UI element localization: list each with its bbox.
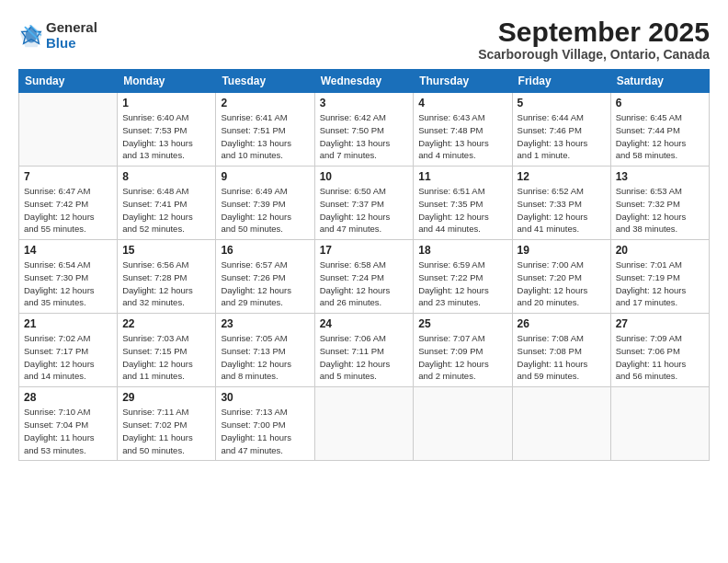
day-number: 1: [122, 97, 210, 109]
day-info: Sunrise: 6:52 AMSunset: 7:33 PMDaylight:…: [518, 185, 606, 236]
calendar-cell: 12Sunrise: 6:52 AMSunset: 7:33 PMDayligh…: [512, 167, 610, 240]
calendar-cell: [610, 387, 709, 461]
day-number: 22: [122, 317, 210, 330]
day-number: 2: [221, 97, 309, 109]
logo-text: General Blue: [46, 20, 97, 51]
calendar-cell: 25Sunrise: 7:07 AMSunset: 7:09 PMDayligh…: [414, 314, 512, 387]
day-info: Sunrise: 6:58 AMSunset: 7:24 PMDaylight:…: [320, 259, 409, 309]
calendar-cell: 18Sunrise: 6:59 AMSunset: 7:22 PMDayligh…: [414, 240, 512, 314]
day-number: 5: [518, 97, 606, 109]
calendar-cell: 20Sunrise: 7:01 AMSunset: 7:19 PMDayligh…: [610, 240, 709, 314]
calendar-week-row: 7Sunrise: 6:47 AMSunset: 7:42 PMDaylight…: [19, 167, 710, 240]
day-number: 4: [418, 97, 506, 109]
calendar-cell: 3Sunrise: 6:42 AMSunset: 7:50 PMDaylight…: [314, 93, 414, 167]
calendar-table: SundayMondayTuesdayWednesdayThursdayFrid…: [18, 69, 710, 461]
calendar-cell: 4Sunrise: 6:43 AMSunset: 7:48 PMDaylight…: [414, 93, 512, 167]
weekday-header-tuesday: Tuesday: [216, 70, 314, 93]
day-info: Sunrise: 7:07 AMSunset: 7:09 PMDaylight:…: [418, 332, 506, 383]
day-info: Sunrise: 7:08 AMSunset: 7:08 PMDaylight:…: [518, 332, 606, 383]
logo-general-text: General: [46, 20, 97, 36]
day-info: Sunrise: 6:45 AMSunset: 7:44 PMDaylight:…: [616, 111, 704, 162]
calendar-cell: 9Sunrise: 6:49 AMSunset: 7:39 PMDaylight…: [216, 167, 314, 240]
day-number: 26: [518, 317, 606, 330]
day-info: Sunrise: 6:50 AMSunset: 7:37 PMDaylight:…: [320, 185, 409, 236]
day-info: Sunrise: 6:41 AMSunset: 7:51 PMDaylight:…: [221, 111, 309, 162]
calendar-cell: 24Sunrise: 7:06 AMSunset: 7:11 PMDayligh…: [314, 314, 414, 387]
calendar-cell: 17Sunrise: 6:58 AMSunset: 7:24 PMDayligh…: [314, 240, 414, 314]
calendar-cell: [314, 387, 414, 461]
calendar-cell: [512, 387, 610, 461]
day-info: Sunrise: 6:42 AMSunset: 7:50 PMDaylight:…: [320, 111, 409, 162]
day-number: 17: [320, 244, 409, 257]
day-info: Sunrise: 7:11 AMSunset: 7:02 PMDaylight:…: [122, 406, 210, 456]
day-info: Sunrise: 7:02 AMSunset: 7:17 PMDaylight:…: [24, 332, 112, 383]
calendar-cell: 8Sunrise: 6:48 AMSunset: 7:41 PMDaylight…: [118, 167, 216, 240]
calendar-cell: 10Sunrise: 6:50 AMSunset: 7:37 PMDayligh…: [314, 167, 414, 240]
day-number: 30: [221, 391, 309, 404]
calendar-week-row: 14Sunrise: 6:54 AMSunset: 7:30 PMDayligh…: [19, 240, 710, 314]
day-number: 7: [24, 170, 112, 183]
location-subtitle: Scarborough Village, Ontario, Canada: [478, 47, 710, 62]
calendar-cell: 21Sunrise: 7:02 AMSunset: 7:17 PMDayligh…: [19, 314, 118, 387]
weekday-header-friday: Friday: [512, 70, 610, 93]
calendar-cell: 11Sunrise: 6:51 AMSunset: 7:35 PMDayligh…: [414, 167, 512, 240]
calendar-cell: 23Sunrise: 7:05 AMSunset: 7:13 PMDayligh…: [216, 314, 314, 387]
day-info: Sunrise: 7:06 AMSunset: 7:11 PMDaylight:…: [320, 332, 409, 383]
day-number: 12: [518, 170, 606, 183]
day-info: Sunrise: 6:49 AMSunset: 7:39 PMDaylight:…: [221, 185, 309, 236]
calendar-week-row: 28Sunrise: 7:10 AMSunset: 7:04 PMDayligh…: [19, 387, 710, 461]
day-number: 23: [221, 317, 309, 330]
calendar-cell: 26Sunrise: 7:08 AMSunset: 7:08 PMDayligh…: [512, 314, 610, 387]
day-info: Sunrise: 7:13 AMSunset: 7:00 PMDaylight:…: [221, 406, 309, 456]
day-info: Sunrise: 6:59 AMSunset: 7:22 PMDaylight:…: [418, 259, 506, 309]
day-number: 18: [418, 244, 506, 257]
day-info: Sunrise: 6:53 AMSunset: 7:32 PMDaylight:…: [616, 185, 704, 236]
day-info: Sunrise: 6:43 AMSunset: 7:48 PMDaylight:…: [418, 111, 506, 162]
calendar-cell: 29Sunrise: 7:11 AMSunset: 7:02 PMDayligh…: [118, 387, 216, 461]
day-info: Sunrise: 7:05 AMSunset: 7:13 PMDaylight:…: [221, 332, 309, 383]
day-info: Sunrise: 6:47 AMSunset: 7:42 PMDaylight:…: [24, 185, 112, 236]
day-number: 16: [221, 244, 309, 257]
day-info: Sunrise: 6:57 AMSunset: 7:26 PMDaylight:…: [221, 259, 309, 309]
calendar-cell: 27Sunrise: 7:09 AMSunset: 7:06 PMDayligh…: [610, 314, 709, 387]
day-number: 21: [24, 317, 112, 330]
day-number: 25: [418, 317, 506, 330]
weekday-header-row: SundayMondayTuesdayWednesdayThursdayFrid…: [19, 70, 710, 93]
day-number: 11: [418, 170, 506, 183]
weekday-header-sunday: Sunday: [19, 70, 118, 93]
day-number: 6: [616, 97, 704, 109]
calendar-cell: 22Sunrise: 7:03 AMSunset: 7:15 PMDayligh…: [118, 314, 216, 387]
day-info: Sunrise: 7:09 AMSunset: 7:06 PMDaylight:…: [616, 332, 704, 383]
day-number: 9: [221, 170, 309, 183]
header: General Blue September 2025 Scarborough …: [18, 17, 710, 62]
day-info: Sunrise: 6:54 AMSunset: 7:30 PMDaylight:…: [24, 259, 112, 309]
day-number: 20: [616, 244, 704, 257]
day-number: 15: [122, 244, 210, 257]
page: General Blue September 2025 Scarborough …: [0, 0, 728, 563]
day-number: 24: [320, 317, 409, 330]
day-info: Sunrise: 6:56 AMSunset: 7:28 PMDaylight:…: [122, 259, 210, 309]
day-info: Sunrise: 6:40 AMSunset: 7:53 PMDaylight:…: [122, 111, 210, 162]
calendar-cell: 7Sunrise: 6:47 AMSunset: 7:42 PMDaylight…: [19, 167, 118, 240]
calendar-cell: 2Sunrise: 6:41 AMSunset: 7:51 PMDaylight…: [216, 93, 314, 167]
day-info: Sunrise: 7:03 AMSunset: 7:15 PMDaylight:…: [122, 332, 210, 383]
calendar-cell: 16Sunrise: 6:57 AMSunset: 7:26 PMDayligh…: [216, 240, 314, 314]
day-number: 13: [616, 170, 704, 183]
day-number: 14: [24, 244, 112, 257]
weekday-header-monday: Monday: [118, 70, 216, 93]
calendar-cell: 1Sunrise: 6:40 AMSunset: 7:53 PMDaylight…: [118, 93, 216, 167]
calendar-cell: [414, 387, 512, 461]
day-number: 3: [320, 97, 409, 109]
day-number: 29: [122, 391, 210, 404]
day-info: Sunrise: 6:48 AMSunset: 7:41 PMDaylight:…: [122, 185, 210, 236]
calendar-week-row: 1Sunrise: 6:40 AMSunset: 7:53 PMDaylight…: [19, 93, 710, 167]
calendar-cell: 19Sunrise: 7:00 AMSunset: 7:20 PMDayligh…: [512, 240, 610, 314]
day-number: 28: [24, 391, 112, 404]
calendar-cell: 28Sunrise: 7:10 AMSunset: 7:04 PMDayligh…: [19, 387, 118, 461]
day-number: 8: [122, 170, 210, 183]
weekday-header-thursday: Thursday: [414, 70, 512, 93]
calendar-cell: 5Sunrise: 6:44 AMSunset: 7:46 PMDaylight…: [512, 93, 610, 167]
day-number: 27: [616, 317, 704, 330]
logo: General Blue: [18, 20, 97, 51]
day-info: Sunrise: 7:10 AMSunset: 7:04 PMDaylight:…: [24, 406, 112, 456]
